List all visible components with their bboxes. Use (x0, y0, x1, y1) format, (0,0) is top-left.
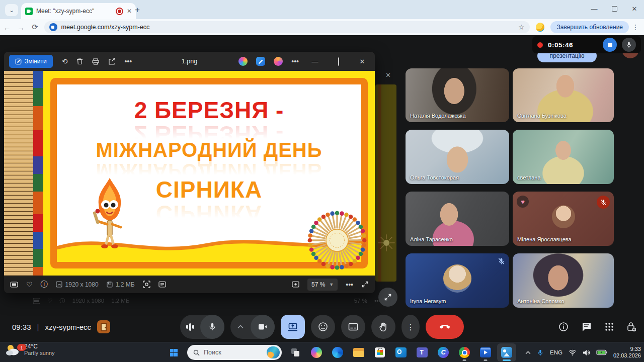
meet-favicon-icon (25, 8, 33, 15)
matches-heads (33, 71, 43, 276)
host-controls-lock-icon[interactable] (627, 322, 636, 332)
visual-search-icon[interactable] (143, 281, 150, 288)
task-view-button[interactable] (286, 343, 305, 361)
slide-subtitle: МІЖНАРОДНИЙ ДЕНЬ (57, 140, 361, 160)
browser-minimize-button[interactable]: — (586, 2, 603, 15)
end-call-button[interactable] (426, 315, 464, 339)
delete-icon[interactable] (76, 58, 83, 65)
bottombar-more-icon[interactable]: ••• (346, 281, 353, 289)
share-icon[interactable] (108, 58, 115, 65)
active-tab[interactable]: Meet: "xzy-sypm-ecc" ✕ (21, 3, 136, 19)
participant-tile[interactable]: Аліна Тарасенко (406, 192, 509, 246)
activities-grid-icon[interactable] (605, 322, 614, 331)
language-indicator[interactable]: ENG (550, 349, 562, 355)
weather-desc: Partly sunny (24, 350, 55, 356)
browser-close-button[interactable]: ✕ (626, 2, 643, 15)
present-screen-button[interactable] (281, 315, 305, 339)
back-icon[interactable]: ← (0, 23, 14, 32)
edit-image-button[interactable]: Змінити (9, 55, 53, 68)
taskbar-search[interactable]: Поиск (187, 345, 282, 360)
presentation-close-icon[interactable]: ✕ (385, 71, 391, 79)
chrome-icon[interactable] (455, 343, 474, 361)
heart-icon: ♡ (47, 297, 52, 304)
microsoft-store-icon[interactable] (370, 343, 389, 361)
reload-icon[interactable]: ⟳ (28, 23, 42, 32)
copilot-taskbar-icon[interactable] (307, 343, 326, 361)
titlebar-more-icon[interactable]: ••• (291, 57, 299, 65)
text-extract-icon[interactable] (158, 281, 166, 288)
image-canvas[interactable]: 2 БЕРЕЗНЯ - 2 БЕРЕЗНЯ - МІЖНАРОДНИЙ ДЕНЬ… (4, 71, 375, 276)
raise-hand-button[interactable] (371, 315, 395, 339)
background-window-toolbar: ♡ ⓘ 1920 x 1080 1.2 МБ 57 % ••• (33, 294, 380, 307)
favorite-heart-icon[interactable]: ♡ (26, 281, 33, 289)
photos-titlebar[interactable]: Змінити ⟲ ••• 1.png ••• — ✕ (4, 52, 375, 71)
filmstrip-icon[interactable] (10, 282, 18, 288)
image-dimensions: 1920 x 1080 (65, 281, 99, 288)
recording-mic-button[interactable] (622, 38, 636, 52)
new-tab-button[interactable]: + (135, 5, 140, 15)
chevron-up-icon[interactable] (230, 325, 251, 329)
site-info-icon[interactable] (49, 23, 57, 31)
camera-button[interactable] (230, 315, 275, 339)
print-icon[interactable] (92, 58, 99, 65)
chat-icon[interactable] (582, 322, 592, 332)
meeting-details-icon[interactable] (558, 322, 569, 332)
photos-app-icon[interactable] (497, 343, 516, 361)
reactions-button[interactable] (311, 315, 335, 339)
expand-presentation-button[interactable] (378, 288, 397, 307)
slideshow-icon[interactable] (292, 281, 299, 288)
participant-tile[interactable]: Світлана Бузнікова (513, 68, 614, 122)
photos-maximize-button[interactable] (331, 58, 346, 65)
volume-icon[interactable] (583, 349, 590, 356)
extension-icon[interactable] (536, 23, 545, 32)
hidden-icons-chevron[interactable] (525, 351, 531, 354)
teams-icon[interactable] (413, 343, 432, 361)
file-info-icon[interactable]: ⓘ (41, 280, 48, 289)
participant-tile[interactable]: Антоніна Соломко (513, 253, 614, 308)
more-options-button[interactable]: ⋮ (401, 315, 420, 339)
captions-button[interactable] (341, 315, 365, 339)
rotate-icon[interactable]: ⟲ (62, 57, 68, 65)
tab-search-button[interactable]: ⌄ (5, 4, 18, 16)
wifi-icon[interactable] (569, 349, 577, 355)
movies-tv-icon[interactable] (476, 343, 495, 361)
participant-tile[interactable]: ♥ Мілена Ярославцева (513, 192, 614, 246)
browser-maximize-button[interactable] (606, 2, 623, 15)
bookmark-star-icon[interactable]: ☆ (518, 23, 525, 31)
avatar (443, 264, 471, 293)
photos-close-button[interactable]: ✕ (355, 58, 370, 65)
weather-widget[interactable]: 1 24°C Partly sunny (5, 343, 55, 356)
designer-icon[interactable] (238, 57, 248, 66)
canva-icon[interactable] (434, 343, 453, 361)
participant-tile[interactable]: Наталія Водолажська (406, 68, 509, 122)
finish-update-button[interactable]: Завершить обновление (550, 21, 629, 33)
edge-icon[interactable] (328, 343, 347, 361)
tab-close-icon[interactable]: ✕ (127, 8, 132, 15)
forward-icon[interactable]: → (14, 23, 28, 32)
participant-name: Ольга Товстокорая (410, 174, 459, 180)
participant-tile[interactable]: светлана (513, 130, 614, 184)
edit-button-label: Змінити (25, 58, 47, 65)
start-button[interactable] (164, 343, 183, 361)
browser-menu-icon[interactable]: ⋮ (632, 23, 639, 31)
mic-in-use-icon[interactable] (537, 349, 544, 356)
edit-with-icon[interactable] (256, 57, 265, 66)
participant-tile[interactable]: Ольга Товстокорая (406, 130, 509, 184)
battery-charging-icon[interactable] (596, 349, 607, 355)
outlook-icon[interactable] (391, 343, 411, 361)
file-explorer-icon[interactable] (349, 343, 368, 361)
participant-name: Світлана Бузнікова (517, 113, 567, 119)
call-controls: ⋮ (180, 315, 464, 339)
fullscreen-icon[interactable] (361, 281, 369, 288)
photos-bottombar: ♡ ⓘ 1920 x 1080 1.2 МБ 57 % ▼ ••• (4, 276, 375, 293)
system-tray: ENG 9:33 02.03.2026 (525, 342, 641, 362)
toolbar-more-icon[interactable]: ••• (124, 57, 132, 65)
address-bar[interactable]: meet.google.com/xzy-sypm-ecc ☆ (44, 21, 530, 33)
copilot-icon[interactable] (274, 57, 283, 66)
taskbar-clock[interactable]: 9:33 02.03.2026 (613, 346, 641, 359)
mic-button[interactable] (180, 315, 224, 339)
photos-minimize-button[interactable]: — (307, 58, 323, 65)
stop-recording-button[interactable] (603, 38, 617, 52)
participant-tile[interactable]: Iryna Herasym (406, 253, 509, 308)
zoom-level-dropdown[interactable]: 57 % ▼ (307, 279, 338, 291)
